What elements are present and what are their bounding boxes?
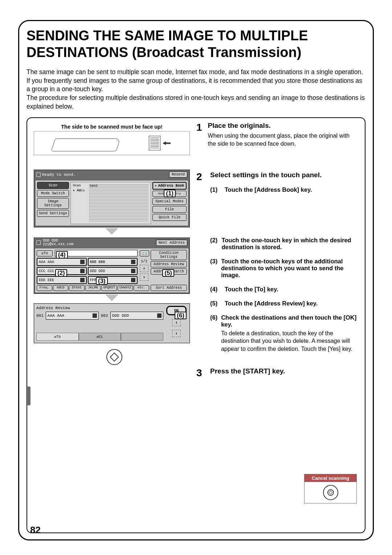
alpha-efghi[interactable]: EFGHI [69,285,85,291]
callout-2: (2) [55,269,67,277]
scroll-up-button[interactable]: ⬆ [172,319,181,326]
tag-send: Send [90,184,98,188]
scan-mode-button[interactable]: Scan [37,182,69,189]
touch-panel-3: Address Review 001 AAA AAA 002 DDD DDD ✉… [34,303,190,343]
scroll-down-button[interactable]: ⬇ [140,274,148,281]
intro-text: The same image can be sent to multiple s… [26,68,366,111]
scanner-figure [34,131,190,155]
dest-ddd[interactable]: DDD DDD [110,312,163,320]
touch-panel-1: Ready to send. Resend Scan Mode Switch I… [34,170,190,227]
callout-6: (6) [175,312,187,319]
contact-ddd[interactable]: DDD DDD [88,267,138,275]
sub-3-num: (3) [210,258,217,279]
contact-fff[interactable]: FFF FFF [88,276,138,284]
page-indicator: 1/1 [141,259,147,263]
scroll-down-button[interactable]: ⬇ [172,330,181,337]
touch-panel-2: DDD DDD yyy@xx.xxx.com Next Address ✉ To [34,238,190,294]
sub-4: Touch the [To] key. [225,286,278,293]
sub-1: Touch the [Address Book] key. [225,186,312,193]
preview-area: Scan ▸ A4 Send ▸ Auto [70,182,151,224]
tab-cc[interactable]: ✉ Cc [79,333,121,341]
scanner-drawing [53,133,118,153]
alpha-abcd[interactable]: ABCD [53,285,69,291]
tab-to[interactable]: ✉ To [36,333,79,341]
alpha-freq[interactable]: Freq. [37,285,52,291]
tag-auto: ▸ Auto [73,189,98,193]
doc-icon [36,240,41,245]
alpha-etc[interactable]: etc. [134,285,149,291]
callout-5: (5) [162,269,174,277]
send-settings-button[interactable]: Send Settings [37,210,69,217]
sub-2: Touch the one-touch key in which the des… [221,237,358,251]
dest2-num: 002 [101,313,108,318]
callout-4: (4) [56,251,68,259]
sub-1-num: (1) [210,186,221,193]
callout-1: (1) [164,190,176,197]
step-1-number: 1 [196,122,202,147]
ready-text: Ready to send. [42,173,75,177]
step-3-head: Press the [START] key. [210,367,285,375]
cancel-scanning-label: Cancel scanning [305,474,356,482]
address-book-button[interactable]: ▸Address Book [152,182,187,190]
phone-icon [80,269,85,273]
special-modes-button[interactable]: Special Modes [152,198,187,205]
mail-icon [131,278,135,282]
arrow-left-icon [163,141,171,145]
alpha-uvwxyz[interactable]: UVWXYZ [118,285,133,291]
step-2-number: 2 [196,171,204,353]
scroll-up-button[interactable]: ⬆ [140,265,148,272]
stop-key-icon[interactable] [323,485,338,500]
resend-button[interactable]: Resend [169,171,187,178]
page-title: SENDING THE SAME IMAGE TO MULTIPLE DESTI… [26,28,366,61]
condition-settings-button[interactable]: Condition Settings [151,250,187,260]
alpha-jklmn[interactable]: JKLMN [85,285,101,291]
sub-3: Touch the one-touch keys of the addition… [221,258,358,279]
step-1-body: When using the document glass, place the… [208,132,358,147]
sub-5-num: (5) [210,300,221,307]
sub-6-body: To delete a destination, touch the key o… [221,329,358,353]
mail-icon [80,260,85,264]
image-settings-button[interactable]: Image Settings [37,198,69,209]
quick-file-button[interactable]: Quick File [152,214,187,221]
mail-icon [93,313,97,318]
step-1-head: Place the originals. [208,122,358,130]
mode-switch-button[interactable]: Mode Switch [37,190,69,197]
page-number: 82 [30,524,41,536]
globe-icon [131,260,135,264]
dest1-num: 001 [36,313,44,318]
scanner-note: The side to be scanned must be face up! [34,124,190,130]
tab-empty [121,333,163,341]
cancel-scanning-box: Cancel scanning [304,474,357,503]
dest-aaa[interactable]: AAA AAA [46,312,99,320]
paper-icon [149,136,160,150]
down-arrow-icon [105,228,118,235]
contact-bbb[interactable]: BBB BBB [88,258,138,266]
down-arrow-icon [105,295,118,301]
start-key-icon [106,349,122,365]
sub-5: Touch the [Address Review] key. [225,300,318,307]
sub-2-num: (2) [210,237,218,251]
doc-icon [36,173,41,177]
file-button[interactable]: File [152,206,187,213]
preview-icon-button[interactable]: 📇 [140,250,149,256]
sub-6-head: Check the destinations and then touch th… [221,314,356,328]
sub-6-num: (6) [210,314,217,353]
address-review-button[interactable]: Address Review [151,261,187,267]
step-2-head: Select settings in the touch panel. [210,171,358,179]
to-button[interactable]: ✉ To [37,250,53,256]
p2-sub: yyy@xx.xxx.com [43,243,73,246]
mail-icon [131,269,135,273]
callout-3: (3) [96,277,108,285]
side-index-tab [26,386,30,405]
sort-address-button[interactable]: Sort Address [151,285,187,291]
phone-icon [80,278,85,282]
contact-eee[interactable]: EEE EEE [37,276,87,284]
p3-title: Address Review [36,306,163,310]
sub-4-num: (4) [210,286,221,293]
contact-aaa[interactable]: AAA AAA [37,258,87,266]
mail-icon [157,313,162,318]
next-address-button[interactable]: Next Address [156,240,187,246]
alpha-opqrst[interactable]: OPQRST [101,285,117,291]
step-3-number: 3 [196,367,204,379]
